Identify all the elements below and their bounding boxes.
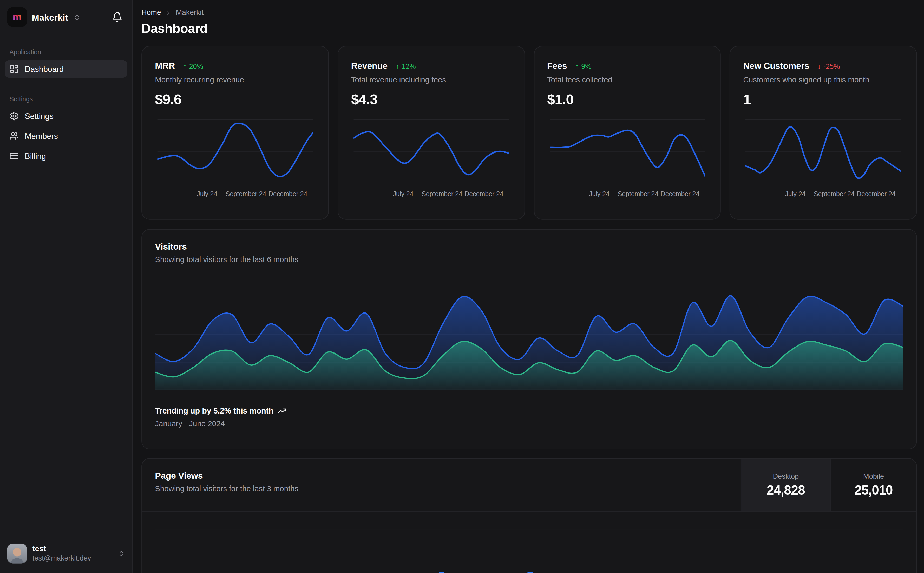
stat-value: $9.6 — [142, 91, 328, 108]
trend-arrow-icon: ↑ — [575, 62, 579, 70]
sidebar-item-settings[interactable]: Settings — [5, 107, 127, 125]
stat-subtitle: Customers who signed up this month — [730, 75, 916, 84]
trend-arrow-icon: ↑ — [183, 62, 187, 70]
dashboard-icon — [9, 64, 19, 74]
trend-badge: ↑12% — [396, 62, 416, 70]
stat-card-mrr: MRR ↑20% Monthly recurring revenue $9.6 … — [141, 46, 328, 220]
stat-subtitle: Total revenue including fees — [338, 75, 524, 84]
visitors-area-chart — [155, 277, 903, 390]
breadcrumb-current: Makerkit — [176, 8, 204, 17]
stat-title: MRR — [155, 61, 175, 71]
user-email: test@makerkit.dev — [33, 554, 91, 563]
stat-card-new-customers: New Customers ↓-25% Customers who signed… — [729, 46, 917, 220]
user-name: test — [33, 545, 91, 554]
page-title: Dashboard — [141, 21, 917, 37]
tab-label: Desktop — [773, 472, 799, 480]
stat-card-revenue: Revenue ↑12% Total revenue including fee… — [337, 46, 525, 220]
bar — [527, 572, 533, 573]
new-customers-sparkline-chart — [746, 119, 901, 185]
x-axis-labels: July 24September 24December 24 — [353, 190, 509, 199]
sidebar-item-label: Billing — [25, 152, 46, 161]
stat-value: $4.3 — [338, 91, 524, 108]
stat-title: Revenue — [351, 61, 387, 71]
trend-arrow-icon: ↓ — [817, 62, 821, 70]
sidebar: m Makerkit Application Dashboard Setting… — [0, 0, 133, 573]
user-menu[interactable]: test test@makerkit.dev — [5, 540, 127, 567]
page-views-title: Page Views — [155, 470, 728, 481]
stat-subtitle: Total fees collected — [534, 75, 720, 84]
gridline — [155, 558, 903, 558]
bar — [439, 572, 444, 573]
avatar — [7, 544, 27, 564]
tab-desktop[interactable]: Desktop 24,828 — [741, 459, 830, 511]
main-content: Home Makerkit Dashboard MRR ↑20% Monthly… — [133, 0, 924, 573]
workspace-name: Makerkit — [32, 12, 68, 22]
chevrons-up-down-icon — [118, 550, 125, 557]
tab-value: 25,010 — [855, 482, 893, 498]
stat-value: 1 — [730, 91, 916, 108]
stat-card-fees: Fees ↑9% Total fees collected $1.0 July … — [533, 46, 721, 220]
user-meta: test test@makerkit.dev — [33, 545, 91, 563]
x-axis-labels: July 24September 24December 24 — [157, 190, 313, 199]
x-axis-labels: July 24September 24December 24 — [746, 190, 901, 199]
svg-text:m: m — [13, 11, 22, 22]
mrr-sparkline-chart — [157, 119, 313, 185]
page-views-bar-chart — [155, 512, 903, 573]
tab-value: 24,828 — [767, 482, 805, 498]
sidebar-item-members[interactable]: Members — [5, 127, 127, 145]
trend-badge: ↓-25% — [817, 62, 840, 70]
stat-title: New Customers — [744, 61, 809, 71]
makerkit-logo: m — [7, 7, 27, 27]
sidebar-item-label: Members — [25, 132, 58, 141]
settings-icon — [9, 111, 19, 121]
page-views-tabs: Desktop 24,828 Mobile 25,010 — [741, 459, 916, 511]
visitors-date-range: January - June 2024 — [155, 419, 286, 428]
gridline — [155, 529, 903, 529]
sidebar-item-billing[interactable]: Billing — [5, 147, 127, 165]
chevron-right-icon — [165, 9, 172, 16]
members-icon — [9, 132, 19, 141]
visitors-title: Visitors — [155, 241, 903, 252]
stat-value: $1.0 — [534, 91, 720, 108]
sidebar-item-label: Dashboard — [25, 64, 64, 73]
tab-mobile[interactable]: Mobile 25,010 — [830, 459, 916, 511]
sidebar-section-settings: Settings — [5, 96, 127, 102]
page-views-subtitle: Showing total visitors for the last 3 mo… — [155, 484, 728, 493]
notifications-bell-icon[interactable] — [110, 9, 125, 25]
trend-badge: ↑9% — [575, 62, 591, 70]
visitors-subtitle: Showing total visitors for the last 6 mo… — [155, 255, 903, 264]
sidebar-section-application: Application — [5, 48, 127, 55]
billing-icon — [9, 152, 19, 161]
tab-label: Mobile — [863, 472, 884, 480]
trend-badge: ↑20% — [183, 62, 203, 70]
sidebar-item-label: Settings — [25, 112, 53, 121]
stat-cards-row: MRR ↑20% Monthly recurring revenue $9.6 … — [141, 46, 917, 220]
visitors-trend-text: Trending up by 5.2% this month — [155, 406, 273, 415]
breadcrumb: Home Makerkit — [141, 8, 917, 17]
stat-title: Fees — [547, 61, 567, 71]
fees-sparkline-chart — [549, 119, 705, 185]
x-axis-labels: July 24September 24December 24 — [549, 190, 705, 199]
visitors-card: Visitors Showing total visitors for the … — [141, 229, 917, 449]
app-window: m Makerkit Application Dashboard Setting… — [0, 0, 924, 573]
sidebar-item-dashboard[interactable]: Dashboard — [5, 60, 127, 78]
page-views-header: Page Views Showing total visitors for th… — [142, 459, 916, 512]
stat-subtitle: Monthly recurring revenue — [142, 75, 328, 84]
trending-up-icon — [278, 406, 286, 415]
page-views-card: Page Views Showing total visitors for th… — [141, 458, 917, 573]
workspace-switcher[interactable]: m Makerkit — [5, 6, 127, 28]
revenue-sparkline-chart — [353, 119, 509, 185]
breadcrumb-home-link[interactable]: Home — [141, 8, 161, 17]
visitors-footer: Trending up by 5.2% this month January -… — [155, 406, 286, 428]
trend-arrow-icon: ↑ — [396, 62, 400, 70]
chevrons-up-down-icon — [73, 13, 80, 21]
